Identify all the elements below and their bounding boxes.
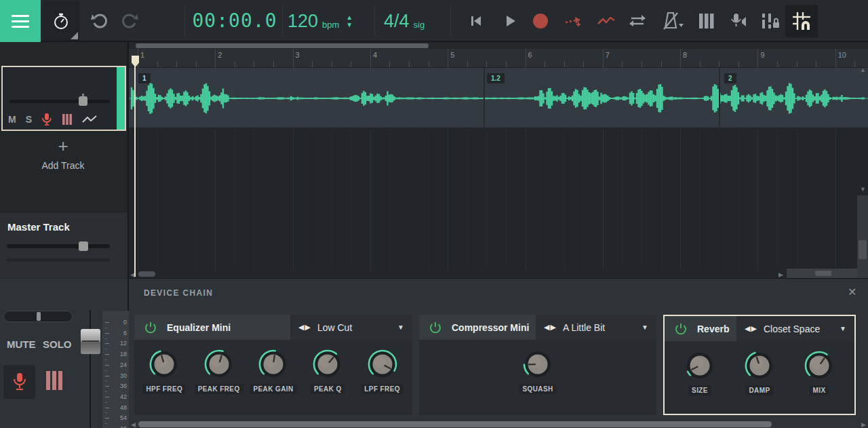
dropdown-icon[interactable]: ▼ (642, 324, 648, 331)
timeline-grid[interactable] (129, 129, 868, 270)
scroll-down-icon[interactable]: ▼ (860, 186, 866, 193)
automation-button[interactable] (595, 0, 617, 42)
dropdown-icon[interactable]: ▼ (397, 324, 404, 331)
dropdown-icon[interactable]: ▼ (840, 325, 846, 332)
time-display[interactable]: 00:00.0 (191, 0, 278, 42)
device-panel-reverb[interactable]: Reverb ◀ ▶ Closet Space ▼ SIZE DAMP MIX (663, 315, 856, 415)
power-icon[interactable] (144, 321, 157, 334)
master-volume-slider[interactable] (7, 244, 110, 248)
device-chain-scroll-thumb[interactable] (138, 421, 772, 427)
stepper-up-icon[interactable]: ▲ (346, 14, 353, 20)
scroll-left-icon[interactable]: ◀ (131, 421, 136, 428)
preset-selector[interactable]: ◀ ▶ Low Cut ▼ (290, 315, 412, 340)
bpm-value[interactable]: 120 (288, 11, 318, 32)
zoom-control[interactable] (787, 269, 868, 278)
undo-button[interactable] (88, 10, 110, 32)
punch-record-button[interactable] (563, 0, 585, 42)
horizontal-scroll-thumb[interactable] (138, 271, 155, 277)
mic-icon[interactable] (41, 113, 52, 126)
master-volume-handle[interactable] (79, 241, 88, 251)
bpm-stepper[interactable]: ▲ ▼ (346, 14, 353, 28)
track-solo-button[interactable]: S (26, 114, 32, 125)
knob-dial[interactable] (684, 350, 715, 381)
preset-prev-icon[interactable]: ◀ (745, 324, 750, 333)
device-panel-compressor-mini[interactable]: Compressor Mini ◀ ▶ A Little Bit ▼ SQUAS… (419, 315, 656, 415)
knob-dial[interactable] (312, 349, 343, 380)
volume-fader[interactable] (81, 329, 100, 354)
input-monitoring-button[interactable] (726, 0, 751, 42)
knob-damp[interactable]: DAMP (735, 350, 784, 395)
piano-panel-button[interactable] (694, 0, 719, 42)
knob-hpf-freq[interactable]: HPF FREQ (140, 349, 189, 394)
timeline-area[interactable]: 1 2 3 4 5 6 7 8 9 10 1 1.2 2 ◀ ▶ ▲ (129, 42, 868, 278)
mixer-freeze-button[interactable] (757, 0, 783, 42)
zoom-thumb[interactable] (815, 271, 831, 276)
pan-handle[interactable] (37, 312, 41, 321)
knob-size[interactable]: SIZE (675, 350, 724, 395)
device-panel-equalizer-mini[interactable]: Equalizer Mini ◀ ▶ Low Cut ▼ HPF FREQ PE… (134, 315, 412, 415)
preset-next-icon[interactable]: ▶ (304, 323, 310, 332)
knob-dial[interactable] (804, 350, 835, 381)
preset-selector[interactable]: ◀ ▶ Closet Space ▼ (736, 316, 854, 341)
add-track-button[interactable]: + Add Track (0, 137, 126, 171)
vertical-scroll-track[interactable] (857, 195, 868, 278)
knob-mix[interactable]: MIX (795, 350, 844, 395)
knob-peak-gain[interactable]: PEAK GAIN (249, 349, 298, 394)
knob-squash[interactable]: SQUASH (513, 349, 562, 394)
knob-dial[interactable] (258, 349, 289, 380)
track-volume-slider[interactable] (9, 100, 110, 103)
mute-button[interactable]: MUTE (7, 338, 36, 350)
knob-dial[interactable] (522, 349, 553, 380)
scroll-up-icon[interactable]: ▲ (860, 66, 866, 73)
knob-lpf-freq[interactable]: LPF FREQ (358, 349, 407, 394)
automation-curve-icon[interactable] (82, 115, 97, 124)
timeline-overview-thumb[interactable] (136, 43, 429, 48)
record-button[interactable] (530, 0, 551, 42)
clip-label[interactable]: 1.2 (487, 73, 505, 83)
piano-roll-icon[interactable] (62, 113, 73, 125)
knob-dial[interactable] (744, 350, 775, 381)
bpm-control[interactable]: 120 bpm ▲ ▼ (288, 0, 353, 42)
volume-handle[interactable] (79, 96, 87, 106)
clip-label[interactable]: 1 (138, 73, 151, 83)
record-arm-button[interactable] (3, 365, 35, 399)
menu-button[interactable] (0, 0, 41, 42)
preset-prev-icon[interactable]: ◀ (544, 323, 549, 332)
solo-button[interactable]: SOLO (43, 338, 72, 350)
vertical-scrollbar[interactable]: ▲ ▼ (857, 62, 868, 278)
snap-to-grid-button[interactable] (785, 5, 818, 37)
horizontal-scrollbar[interactable]: ◀ ▶ (129, 270, 868, 278)
preset-next-icon[interactable]: ▶ (550, 323, 555, 332)
metronome-toggle-button[interactable] (659, 0, 686, 42)
close-icon[interactable]: ✕ (848, 286, 856, 298)
knob-peak-freq[interactable]: PEAK FREQ (195, 349, 243, 394)
time-signature-control[interactable]: 4/4 sig (384, 0, 425, 42)
knob-dial[interactable] (367, 349, 398, 380)
scroll-right-icon[interactable]: ▶ (778, 271, 783, 278)
knob-dial[interactable] (203, 349, 235, 380)
metronome-timer-button[interactable] (43, 1, 79, 41)
instrument-button[interactable] (45, 370, 63, 391)
knob-dial[interactable] (149, 349, 180, 380)
sig-value[interactable]: 4/4 (384, 11, 410, 32)
master-track-section[interactable]: Master Track (0, 212, 127, 278)
track-mute-button[interactable]: M (8, 114, 16, 125)
vertical-scroll-thumb[interactable] (859, 240, 867, 259)
play-button[interactable] (500, 0, 519, 42)
preset-prev-icon[interactable]: ◀ (298, 323, 304, 332)
pan-slider[interactable] (3, 311, 73, 322)
loop-button[interactable] (627, 0, 648, 42)
audio-track-lane[interactable]: 1 1.2 2 (129, 68, 868, 129)
device-chain-scrollbar[interactable]: ◀ ▶ (129, 419, 868, 428)
preset-selector[interactable]: ◀ ▶ A Little Bit ▼ (536, 315, 656, 340)
ruler[interactable]: 1 2 3 4 5 6 7 8 9 10 (129, 49, 868, 68)
stepper-down-icon[interactable]: ▼ (346, 22, 353, 28)
scroll-right-icon[interactable]: ▶ (861, 421, 866, 428)
power-icon[interactable] (674, 322, 688, 336)
clip-label[interactable]: 2 (724, 73, 736, 83)
redo-button[interactable] (119, 10, 141, 32)
knob-peak-q[interactable]: PEAK Q (303, 349, 352, 394)
track-header-selected[interactable]: M S (1, 66, 126, 131)
skip-to-start-button[interactable] (467, 0, 486, 42)
preset-next-icon[interactable]: ▶ (751, 324, 756, 333)
